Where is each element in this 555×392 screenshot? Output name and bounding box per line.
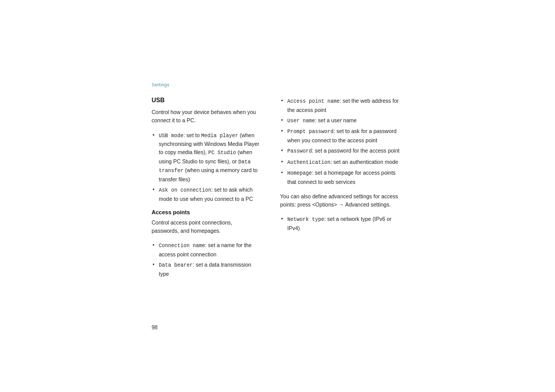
list-item: Authentication: set an authentication mo…: [280, 158, 403, 167]
bullet-term: Homepage: [287, 171, 312, 176]
content-area: Settings USB Control how your device beh…: [152, 82, 403, 284]
usb-bullet-list: USB mode: set to Media player (when sync…: [152, 131, 260, 203]
two-column-layout: USB Control how your device behaves when…: [152, 97, 403, 284]
access-points-intro: Control access point connections, passwo…: [152, 218, 260, 235]
list-item: USB mode: set to Media player (when sync…: [152, 131, 260, 184]
bullet-code: Media player: [201, 133, 238, 139]
breadcrumb: Settings: [152, 82, 403, 87]
bullet-term: Password: [287, 148, 312, 154]
access-points-title: Access points: [152, 209, 260, 215]
bullet-term2: Data bearer: [159, 263, 193, 268]
usb-section: USB Control how your device behaves when…: [152, 97, 260, 203]
access-points-section: Access points Control access point conne…: [152, 209, 260, 278]
right-bullets-bottom: Network type: set a network type (IPv6 o…: [280, 215, 403, 232]
access-points-bullet-list: Connection name: set a name for the acce…: [152, 241, 260, 278]
bullet-term: USB mode: [159, 133, 183, 139]
list-item: User name: set a user name: [280, 116, 403, 125]
list-item: Access point name: set the web address f…: [280, 97, 403, 114]
usb-intro: Control how your device behaves when you…: [152, 108, 260, 125]
list-item: Network type: set a network type (IPv6 o…: [280, 215, 403, 232]
list-item: Prompt password: set to ask for a passwo…: [280, 127, 403, 144]
bullet-code2: PC Studio: [208, 150, 236, 156]
bullet-term: Connection name: [159, 243, 205, 249]
bullet-term: Network type: [287, 217, 324, 222]
bullet-code3: Data transfer: [159, 159, 251, 174]
list-item: Password: set a password for the access …: [280, 146, 403, 156]
advanced-text: You can also define advanced settings fo…: [280, 192, 403, 209]
page-number: 98: [152, 324, 158, 330]
right-column: Access point name: set the web address f…: [280, 97, 403, 284]
bullet-term: Access point name: [287, 99, 340, 104]
right-bullets-top: Access point name: set the web address f…: [280, 97, 403, 186]
page-container: Settings USB Control how your device beh…: [0, 0, 555, 392]
bullet-term: User name: [287, 118, 315, 124]
bullet-term: Authentication: [287, 160, 330, 165]
list-item: Ask on connection: set to ask which mode…: [152, 185, 260, 203]
list-item: Data bearer: set a data transmission typ…: [152, 260, 260, 278]
bullet-term2: Ask on connection: [159, 188, 211, 193]
bullet-term: Prompt password: [287, 129, 334, 135]
list-item: Homepage: set a homepage for access poin…: [280, 169, 403, 186]
usb-title: USB: [152, 97, 260, 104]
list-item: Connection name: set a name for the acce…: [152, 241, 260, 258]
left-column: USB Control how your device behaves when…: [152, 97, 260, 284]
